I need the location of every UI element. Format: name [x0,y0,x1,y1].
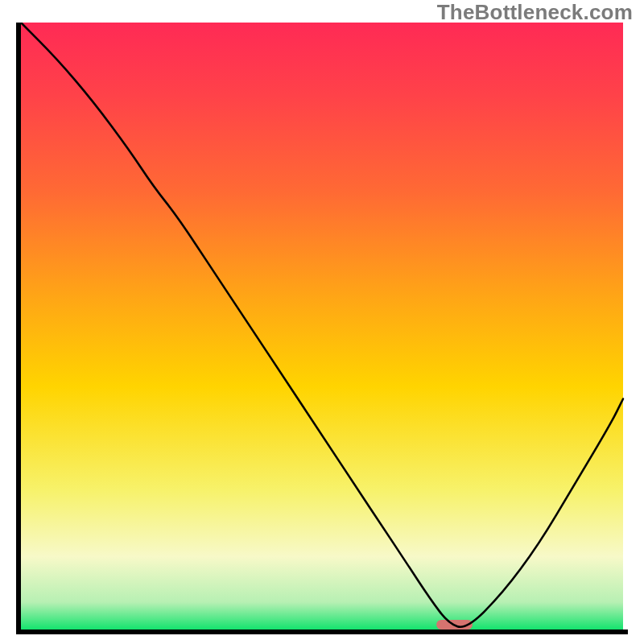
plot-background [21,23,623,630]
x-axis-bar [16,630,628,634]
chart-svg [16,23,628,634]
watermark-text: TheBottleneck.com [437,0,633,25]
y-axis-bar [16,23,21,634]
bottleneck-chart: TheBottleneck.com [0,0,644,644]
